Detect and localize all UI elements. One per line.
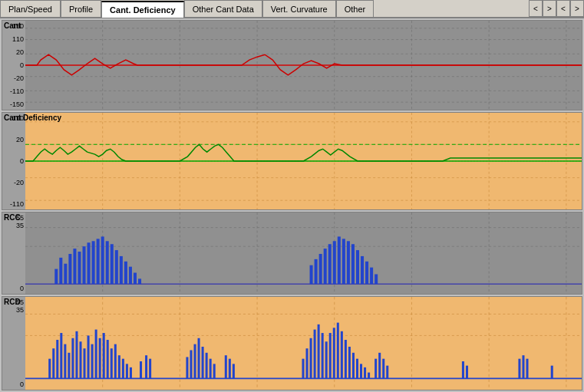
- svg-rect-99: [95, 330, 97, 379]
- svg-rect-116: [202, 347, 204, 378]
- tab-other-cant-data[interactable]: Other Cant Data: [184, 0, 262, 17]
- rcd-y-labels: 55 35 0: [2, 297, 25, 390]
- svg-rect-136: [352, 353, 355, 379]
- cant-title: Cant: [4, 21, 21, 30]
- svg-rect-119: [213, 364, 216, 378]
- cant-def-svg: [25, 113, 582, 209]
- svg-rect-109: [140, 361, 142, 378]
- tab-profile[interactable]: Profile: [61, 0, 101, 17]
- cant-def-canvas: [25, 113, 582, 209]
- svg-rect-90: [60, 333, 62, 378]
- svg-rect-91: [64, 344, 66, 379]
- panel-cant: Cant 150 110 20 0 -20 -110 -150: [2, 20, 582, 110]
- svg-rect-93: [71, 338, 74, 379]
- nav-prev-left2[interactable]: <: [556, 0, 570, 17]
- svg-rect-141: [374, 359, 377, 379]
- rcc-title: RCC: [4, 213, 21, 222]
- tab-plan-speed[interactable]: Plan/Speed: [0, 0, 61, 17]
- nav-prev-left[interactable]: <: [529, 0, 543, 17]
- svg-rect-129: [325, 341, 328, 378]
- rcd-title: RCD: [4, 298, 21, 306]
- svg-rect-49: [87, 242, 91, 284]
- svg-rect-70: [351, 244, 355, 284]
- svg-rect-43: [59, 258, 62, 284]
- svg-rect-124: [306, 348, 308, 378]
- svg-rect-111: [149, 359, 151, 379]
- svg-rect-97: [87, 335, 90, 378]
- svg-rect-64: [324, 249, 327, 284]
- svg-rect-137: [356, 359, 358, 379]
- tab-other[interactable]: Other: [336, 0, 374, 17]
- svg-rect-54: [111, 244, 114, 284]
- svg-rect-50: [92, 241, 95, 284]
- svg-rect-67: [338, 236, 341, 284]
- svg-rect-60: [138, 278, 141, 284]
- tab-cant-deficiency[interactable]: Cant. Deficiency: [101, 1, 184, 18]
- chart-area: Cant 150 110 20 0 -20 -110 -150: [0, 18, 584, 392]
- svg-rect-131: [333, 328, 335, 378]
- svg-rect-118: [210, 359, 212, 379]
- nav-next-right2[interactable]: >: [570, 0, 584, 17]
- svg-rect-142: [378, 353, 381, 379]
- svg-rect-135: [348, 347, 351, 378]
- rcd-canvas: [25, 297, 582, 390]
- svg-rect-45: [68, 254, 71, 284]
- svg-rect-144: [386, 366, 388, 379]
- svg-rect-150: [551, 366, 553, 379]
- svg-rect-44: [64, 264, 67, 285]
- rcd-svg: [25, 297, 582, 390]
- svg-rect-146: [466, 366, 468, 379]
- svg-rect-58: [129, 267, 132, 285]
- svg-rect-71: [356, 250, 359, 284]
- svg-rect-125: [310, 338, 312, 379]
- svg-rect-127: [318, 324, 320, 379]
- svg-rect-134: [345, 340, 347, 378]
- svg-rect-110: [145, 355, 147, 378]
- svg-rect-51: [97, 239, 100, 284]
- svg-rect-65: [328, 244, 332, 284]
- svg-rect-68: [342, 239, 345, 284]
- svg-rect-94: [75, 331, 78, 379]
- svg-rect-108: [130, 367, 132, 379]
- svg-rect-123: [302, 359, 304, 379]
- svg-rect-46: [73, 249, 76, 284]
- tab-vert-curvature[interactable]: Vert. Curvature: [262, 0, 336, 17]
- svg-rect-117: [206, 353, 208, 379]
- svg-rect-128: [322, 333, 324, 378]
- nav-next-right[interactable]: >: [543, 0, 556, 17]
- svg-rect-92: [68, 353, 70, 379]
- rcc-canvas: [25, 212, 582, 294]
- rcc-svg: [25, 212, 582, 294]
- svg-rect-59: [134, 273, 137, 285]
- cant-canvas: [25, 21, 582, 110]
- svg-rect-102: [107, 340, 109, 378]
- svg-rect-42: [54, 269, 58, 285]
- svg-rect-61: [310, 265, 313, 285]
- svg-rect-53: [106, 241, 109, 284]
- svg-rect-120: [225, 355, 227, 378]
- panel-cant-deficiency: Cant Deficiency 110 20 0 -20 -110: [2, 112, 582, 210]
- panel-rcc: RCC 55 35 0: [2, 212, 582, 295]
- svg-rect-132: [337, 323, 339, 379]
- svg-rect-104: [114, 344, 117, 379]
- svg-rect-112: [186, 357, 188, 378]
- svg-rect-105: [118, 355, 120, 378]
- svg-rect-62: [315, 259, 318, 284]
- svg-rect-98: [91, 344, 94, 379]
- panel-rcd: RCD 55 35 0: [2, 296, 582, 390]
- svg-rect-66: [333, 241, 336, 284]
- svg-rect-72: [361, 256, 364, 284]
- svg-rect-145: [462, 361, 464, 378]
- svg-rect-96: [84, 348, 86, 378]
- cant-svg: [25, 21, 582, 110]
- svg-rect-52: [101, 236, 104, 284]
- svg-rect-140: [368, 373, 370, 379]
- svg-rect-149: [526, 359, 529, 379]
- svg-rect-48: [83, 246, 86, 284]
- svg-rect-101: [103, 333, 105, 378]
- svg-rect-95: [79, 341, 81, 378]
- svg-rect-139: [364, 367, 366, 379]
- rcc-y-labels: 55 35 0: [2, 212, 25, 294]
- svg-rect-148: [522, 355, 524, 378]
- svg-rect-130: [329, 333, 332, 378]
